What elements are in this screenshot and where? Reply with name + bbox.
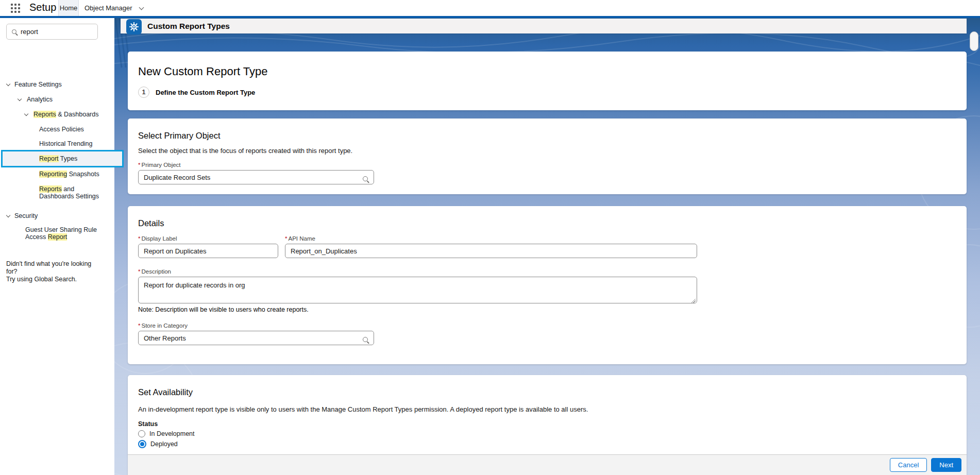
setup-content-region: Custom Report Types New Custom Report Ty… xyxy=(114,18,980,475)
sidebar-footer-line1: Didn't find what you're looking for? xyxy=(6,260,104,276)
radio-option-label: Deployed xyxy=(150,440,178,448)
setup-gear-icon xyxy=(126,19,142,35)
app-launcher-icon[interactable] xyxy=(11,4,23,13)
setup-title: Setup xyxy=(29,2,56,13)
required-asterisk: * xyxy=(138,162,140,168)
sidebar-tree-item[interactable]: Reports and Dashboards Settings xyxy=(39,185,108,200)
tree-item-label: Analytics xyxy=(27,96,53,103)
primary-object-description: Select the object that is the focus of r… xyxy=(138,147,956,155)
chevron-down-icon[interactable] xyxy=(6,213,10,217)
global-header: Setup Home Object Manager xyxy=(0,0,980,16)
radio-selected-icon[interactable] xyxy=(138,440,146,448)
primary-object-field xyxy=(138,170,374,184)
category-label: *Store in Category xyxy=(138,323,956,329)
category-field xyxy=(138,331,374,345)
page-title: New Custom Report Type xyxy=(138,52,956,78)
tree-item-label: Types xyxy=(59,155,78,162)
tab-object-manager[interactable]: Object Manager xyxy=(81,0,146,16)
required-asterisk: * xyxy=(285,235,287,242)
tree-item-label: Feature Settings xyxy=(14,81,62,88)
status-label: Status xyxy=(138,420,956,428)
sidebar-tree-item[interactable]: Guest User Sharing Rule Access Report xyxy=(25,226,114,241)
sidebar-tree-item[interactable]: Reports & Dashboards xyxy=(33,111,111,118)
cancel-button[interactable]: Cancel xyxy=(890,458,927,472)
next-button[interactable]: Next xyxy=(931,458,961,472)
setup-sidebar: Feature SettingsAnalyticsReports & Dashb… xyxy=(0,18,114,475)
sidebar-tree-item[interactable]: Security xyxy=(14,212,102,219)
tree-item-label: Access Policies xyxy=(39,126,84,133)
sidebar-footer-line2: Try using Global Search. xyxy=(6,276,104,283)
sidebar-tree-item[interactable]: Analytics xyxy=(27,96,104,103)
required-asterisk: * xyxy=(138,268,140,275)
radio-unselected-icon[interactable] xyxy=(138,430,145,437)
vertical-scrollbar-thumb[interactable] xyxy=(970,31,978,51)
new-report-type-panel: New Custom Report Type 1 Define the Cust… xyxy=(128,52,967,110)
display-label-field: *Display Label xyxy=(138,228,278,258)
step-label: Define the Custom Report Type xyxy=(156,89,255,96)
chevron-down-icon[interactable] xyxy=(6,82,10,86)
primary-object-input[interactable] xyxy=(138,170,374,184)
display-label-input[interactable] xyxy=(138,244,278,258)
select-primary-object-panel: Select Primary Object Select the object … xyxy=(128,118,967,194)
search-term-highlight: Report xyxy=(39,155,59,162)
tab-home-label: Home xyxy=(60,4,78,12)
description-textarea[interactable]: Report for duplicate records in org xyxy=(138,277,697,303)
api-name-field: *API Name xyxy=(285,228,697,258)
tree-item-label: Historical Trending xyxy=(39,140,93,147)
details-panel: Details *Display Label *API Name *Descri… xyxy=(128,206,967,364)
search-term-highlight: Reports xyxy=(33,111,56,118)
details-heading: Details xyxy=(138,206,956,228)
description-label: *Description xyxy=(138,268,956,275)
required-asterisk: * xyxy=(138,235,140,242)
sidebar-tree-item[interactable]: Reporting Snapshots xyxy=(39,171,108,178)
set-availability-panel: Set Availability An in-development repor… xyxy=(128,375,967,475)
search-term-highlight: Reporting xyxy=(39,171,67,178)
sidebar-tree-item[interactable]: Feature Settings xyxy=(14,81,102,88)
wizard-footer: Cancel Next xyxy=(128,454,967,475)
status-radio-group: In DevelopmentDeployed xyxy=(138,430,956,448)
primary-object-heading: Select Primary Object xyxy=(138,118,956,141)
setup-tree: Feature SettingsAnalyticsReports & Dashb… xyxy=(0,18,114,475)
chevron-down-icon[interactable] xyxy=(24,112,28,116)
availability-heading: Set Availability xyxy=(138,375,956,397)
primary-object-label: *Primary Object xyxy=(138,162,956,168)
category-input[interactable] xyxy=(138,331,374,345)
display-label-label: *Display Label xyxy=(138,235,278,242)
brand-divider xyxy=(0,16,980,18)
status-radio-option[interactable]: In Development xyxy=(138,430,956,437)
required-asterisk: * xyxy=(138,323,140,329)
chevron-down-icon xyxy=(139,5,144,10)
search-term-highlight: Reports xyxy=(39,185,62,193)
search-icon[interactable] xyxy=(363,337,368,342)
sidebar-tree-item[interactable]: Report Types xyxy=(39,155,108,162)
description-field: Report for duplicate records in org xyxy=(138,277,697,303)
api-name-label: *API Name xyxy=(285,235,697,242)
chevron-down-icon[interactable] xyxy=(18,97,22,101)
api-name-input[interactable] xyxy=(285,244,697,258)
tree-item-label: & Dashboards xyxy=(56,111,99,118)
wizard-step: 1 Define the Custom Report Type xyxy=(138,87,956,98)
tab-home[interactable]: Home xyxy=(58,0,79,16)
sidebar-tree-item[interactable]: Access Policies xyxy=(39,126,108,133)
tab-object-manager-label: Object Manager xyxy=(85,4,132,12)
page-header-title: Custom Report Types xyxy=(147,22,230,31)
description-note: Note: Description will be visible to use… xyxy=(138,306,956,313)
availability-description: An in-development report type is visible… xyxy=(138,405,956,413)
step-number-badge: 1 xyxy=(138,87,149,98)
radio-option-label: In Development xyxy=(149,430,195,437)
search-icon[interactable] xyxy=(363,176,368,181)
status-radio-option[interactable]: Deployed xyxy=(138,440,956,448)
tree-item-label: Security xyxy=(14,212,38,219)
tree-item-label: Snapshots xyxy=(67,171,99,178)
sidebar-footer-text: Didn't find what you're looking for? Try… xyxy=(6,260,104,283)
panels-container: New Custom Report Type 1 Define the Cust… xyxy=(128,18,967,475)
search-term-highlight: Report xyxy=(48,233,67,241)
sidebar-tree-item[interactable]: Historical Trending xyxy=(39,140,108,147)
